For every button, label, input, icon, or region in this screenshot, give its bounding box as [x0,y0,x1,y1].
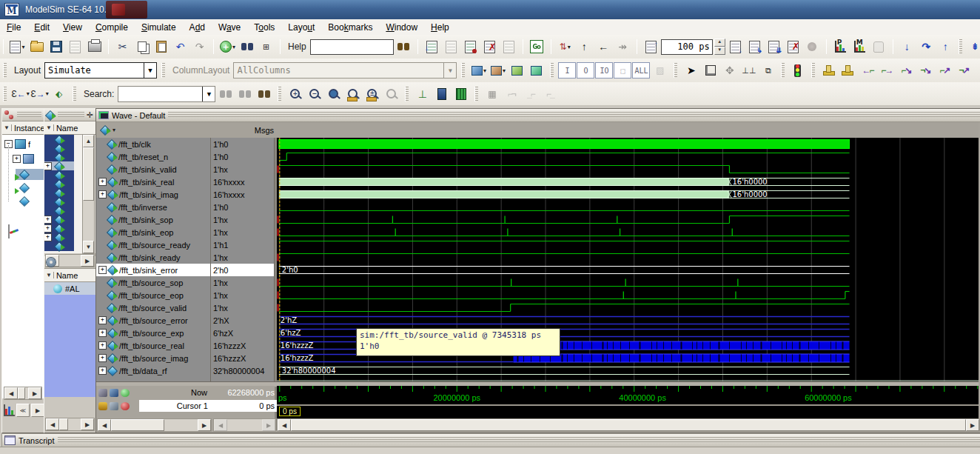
save-button[interactable] [47,38,65,56]
wave-signal-row[interactable]: /fft_tb/source_valid [96,301,210,314]
locals-empty-area[interactable] [44,295,95,397]
stop-drawing-button[interactable] [788,61,807,80]
pane-grab-handle[interactable] [58,112,84,118]
objects-signal-row[interactable] [44,241,74,251]
toolbar-grip[interactable] [523,39,523,54]
scroll-left-button[interactable]: ◀ [4,387,18,399]
toolbar-grip[interactable] [280,39,281,54]
compile-button[interactable]: ↓ [423,38,441,56]
expand-toggle[interactable]: + [44,216,52,224]
toolbar-grip[interactable] [674,63,677,78]
pane-grab-handle[interactable] [168,112,980,118]
structure-pane-header[interactable] [2,109,44,121]
wave-signal-row[interactable]: +/fft_tb/sink_real [96,176,210,188]
scroll-thumb[interactable] [111,419,164,431]
expand-toggle[interactable]: + [98,190,107,198]
wave-signal-row[interactable]: +/fft_tb/source_imag [96,352,210,364]
delete-cursor-button[interactable] [839,61,857,80]
stop-button[interactable]: ✗ [784,38,802,56]
scroll-left-button[interactable]: ◀ [214,419,227,431]
toolbar-grip[interactable] [959,39,962,54]
toolbar-grip[interactable] [161,63,165,78]
new-file-button[interactable]: ▾ [8,38,27,56]
step-into-current-button[interactable]: ⇟ [966,38,980,56]
help-search-button[interactable] [395,38,413,56]
add-window-pane-button[interactable]: ▾ [469,61,488,80]
lock-cursor-icon[interactable] [98,402,107,410]
instance-tree[interactable]: − f + [2,135,44,398]
search-combobox[interactable]: ▼ [118,86,215,102]
title-bar[interactable]: M ModelSim SE-64 10.2c [0,0,980,19]
cursor-properties-icon[interactable] [110,402,118,410]
performance-profile-button[interactable]: P [831,38,850,56]
zoom-mode-button[interactable] [701,61,719,80]
delete-cursor-icon[interactable] [121,402,130,410]
advanced-search-button[interactable] [255,84,273,103]
expanded-time-events-button[interactable]: ⌐¬ [502,84,520,103]
wave-signal-row[interactable]: /fft_tb/clk [96,138,210,150]
wave-signal-row[interactable]: /fft_tb/reset_n [96,150,210,163]
tree-node-chart[interactable] [8,225,10,238]
open-button[interactable] [27,38,46,56]
scroll-left-button[interactable]: ◀ [278,419,291,431]
toolbar-grip[interactable] [461,63,465,78]
cut-button[interactable]: ✂ [113,38,132,56]
toolbar-grip[interactable] [550,63,554,78]
toolbar-grip[interactable] [781,63,785,78]
scroll-left-button[interactable]: ◀ [46,418,59,430]
layout-dropdown-arrow[interactable]: ▼ [144,63,156,78]
toolbar-grip[interactable] [3,39,4,54]
scroll-right-button[interactable]: ▶ [81,418,94,430]
redo-button[interactable]: ↷ [190,38,209,56]
back-arrow-button[interactable]: ← [594,38,613,56]
expand-toggle[interactable]: + [44,162,52,170]
copy-button[interactable] [132,38,151,56]
menu-window[interactable]: Window [379,21,424,34]
show-inputs-button[interactable]: I [558,62,576,79]
find-button[interactable] [238,38,256,56]
signal-value-column[interactable]: 1'h01'h01'hx16'hxxxx16'hxxxx1'h01'hx1'hx… [211,138,275,381]
expand-toggle[interactable]: + [98,316,107,324]
zoom-full-button[interactable] [324,84,343,103]
names-hscrollbar[interactable]: ◀ ▶ [97,418,212,432]
dock-icon[interactable]: ✛ [87,110,93,120]
wave-signal-row[interactable]: /fft_tb/sink_valid [96,163,210,176]
step-over-button[interactable]: ↷ [917,38,936,56]
zoom-in-button[interactable]: + [286,84,304,103]
locals-item-row[interactable]: #AL [44,282,95,295]
layout-dropdown[interactable]: Simulate ▼ [44,62,157,79]
pane-grab-handle[interactable] [17,112,41,118]
scroll-left-button[interactable]: ◀ [98,419,111,431]
toolbar-grip[interactable] [474,87,478,101]
wave-signal-row[interactable]: +/fft_tb/source_exp [96,327,210,339]
objects-vscrollbar[interactable]: ▲ ▼ [82,134,95,254]
menu-compile[interactable]: Compile [89,21,135,34]
up-arrow-button[interactable]: ↑ [575,38,594,56]
toolbar-grip[interactable] [826,39,827,54]
pane-grab-handle[interactable] [58,437,980,444]
cursor-track[interactable]: 0 ps [277,406,979,418]
scroll-thumb[interactable] [18,387,25,399]
toolbar-grip[interactable] [417,39,418,54]
step-into-button[interactable]: ↓ [898,38,916,56]
toolbar-grip[interactable] [405,87,409,101]
signal-name-column[interactable]: /fft_tb/clk/fft_tb/reset_n/fft_tb/sink_v… [96,138,211,381]
menu-view[interactable]: View [56,21,89,34]
zoom-in-on-cursor-button[interactable] [343,84,362,103]
expand-toggle[interactable]: + [98,266,107,274]
print-preview-button[interactable] [66,38,84,56]
objects-column-header[interactable]: ▼ Name [44,121,95,135]
values-hscrollbar[interactable]: ◀ ▶ [213,418,276,432]
run-all-button[interactable]: ⇊ [765,38,783,56]
wave-window-header[interactable]: Wave - Default [96,109,980,122]
select-mode-button[interactable]: ➤ [682,61,700,80]
run-length-spinner[interactable]: ▲▼ [714,39,725,55]
pane-tab-bar[interactable]: ≪ ▶ [4,403,44,418]
expand-toggle[interactable]: + [13,155,21,163]
toolbar-grip[interactable] [3,63,7,78]
zoom-between-cursors-button[interactable]: ± [363,84,381,103]
wave-signal-row[interactable]: +/fft_tb/data_rf [96,364,210,377]
transcript-pane-header[interactable]: Transcript [1,433,980,447]
scroll-thumb[interactable] [291,419,966,431]
toolbar-grip[interactable] [3,87,7,101]
